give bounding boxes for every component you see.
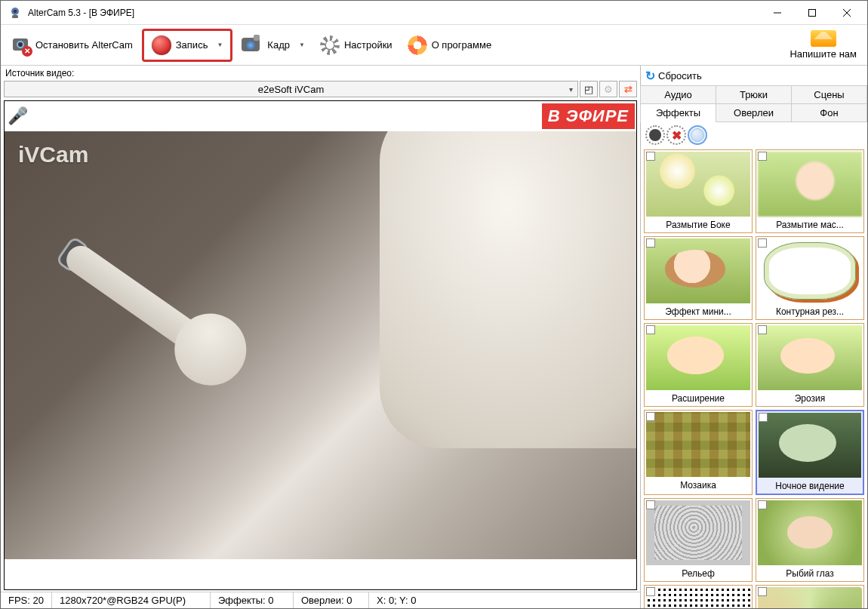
source-row: e2eSoft iVCam ◰ ⚙ ⇄ <box>1 81 640 100</box>
effect-label: Эрозия <box>756 392 863 406</box>
svg-rect-2 <box>12 15 18 18</box>
swap-icon: ⇄ <box>624 84 633 95</box>
settings-button[interactable]: Настройки <box>314 32 399 58</box>
about-button[interactable]: О программе <box>402 32 498 58</box>
frame-label: Кадр <box>267 39 290 51</box>
status-resolution: 1280x720*@RGB24 GPU(P) <box>52 592 211 608</box>
dropdown-arrow-icon[interactable]: ▼ <box>299 42 305 48</box>
record-icon <box>152 35 171 55</box>
write-us-button[interactable]: Напишите нам <box>783 30 863 60</box>
effect-checkbox[interactable] <box>646 500 655 509</box>
effect-item[interactable]: Размытие Боке <box>644 149 753 233</box>
effect-checkbox[interactable] <box>646 587 655 596</box>
effect-item[interactable]: Расширение <box>644 323 753 407</box>
effect-label: Расширение <box>645 392 752 406</box>
effect-checkbox[interactable] <box>758 152 767 161</box>
lifebuoy-icon <box>408 35 427 55</box>
effect-mode-row: ✖ <box>641 122 867 148</box>
mode-circle[interactable] <box>688 125 707 145</box>
webcam-stop-icon: ✕ <box>11 35 31 55</box>
effect-item[interactable]: Размытие мас... <box>756 149 864 233</box>
reset-button[interactable]: ↻ Сбросить <box>641 66 867 86</box>
titlebar: AlterCam 5.3 - [В ЭФИРЕ] <box>1 1 867 25</box>
effect-checkbox[interactable] <box>646 152 655 161</box>
effect-thumbnail <box>758 587 862 608</box>
source-value: e2eSoft iVCam <box>258 84 324 95</box>
status-effects: Эффекты: 0 <box>211 592 294 608</box>
reset-label: Сбросить <box>658 70 702 82</box>
tab-overlays[interactable]: Оверлеи <box>716 103 792 122</box>
effect-checkbox[interactable] <box>758 500 767 509</box>
source-combobox[interactable]: e2eSoft iVCam <box>4 81 578 97</box>
effect-item[interactable]: Мозаика <box>644 410 753 495</box>
effect-label: Размытие Боке <box>645 218 752 232</box>
effect-checkbox[interactable] <box>646 238 655 248</box>
effect-thumbnail <box>646 500 750 565</box>
app-window: AlterCam 5.3 - [В ЭФИРЕ] ✕ Остановить Al… <box>0 0 868 609</box>
effect-label: Контурная рез... <box>756 305 863 319</box>
effect-checkbox[interactable] <box>646 325 655 334</box>
record-button[interactable]: Запись ▼ <box>142 29 233 62</box>
right-panel: ↻ Сбросить Аудио Трюки Сцены Эффекты Ове… <box>641 66 867 608</box>
effect-checkbox[interactable] <box>758 587 767 596</box>
effect-item[interactable]: Ночное видение <box>756 410 864 495</box>
app-icon <box>8 6 22 20</box>
frame-button[interactable]: Кадр ▼ <box>235 32 311 59</box>
gear-small-icon: ⚙ <box>604 84 613 95</box>
effect-label: Мозаика <box>645 478 752 493</box>
effect-thumbnail <box>759 413 861 478</box>
mode-none[interactable] <box>645 125 665 145</box>
microphone-icon[interactable]: 🎤 <box>8 106 28 126</box>
effect-thumbnail <box>646 238 750 303</box>
effect-item[interactable]: Контурная рез... <box>756 236 864 320</box>
effect-thumbnail <box>758 325 862 390</box>
effect-thumbnail <box>646 412 750 477</box>
effect-item[interactable]: Вихрь <box>756 585 864 608</box>
envelope-icon <box>811 30 836 47</box>
effect-checkbox[interactable] <box>759 413 768 422</box>
effect-item[interactable]: Эрозия <box>756 323 864 407</box>
stop-altercam-button[interactable]: ✕ Остановить AlterCam <box>5 32 139 58</box>
crop-icon: ◰ <box>584 84 593 95</box>
close-button[interactable] <box>830 2 864 24</box>
crop-button[interactable]: ◰ <box>580 81 598 97</box>
minimize-button[interactable] <box>760 2 795 24</box>
effect-item[interactable]: Полутон <box>644 585 753 608</box>
effect-checkbox[interactable] <box>758 325 767 334</box>
tab-background[interactable]: Фон <box>791 103 867 122</box>
effect-thumbnail <box>758 500 862 565</box>
settings-gear-button[interactable]: ⚙ <box>599 81 617 97</box>
effects-list[interactable]: Размытие Боке Размытие мас... Эффект мин… <box>641 148 867 608</box>
video-frame: iVCam <box>5 131 636 559</box>
effect-thumbnail <box>646 587 750 608</box>
video-watermark: iVCam <box>18 142 88 168</box>
dropdown-arrow-icon[interactable]: ▼ <box>217 42 223 48</box>
gear-icon <box>320 35 340 55</box>
effect-item[interactable]: Эффект мини... <box>644 236 753 320</box>
mode-clear[interactable]: ✖ <box>666 125 686 145</box>
write-us-label: Напишите нам <box>790 48 857 60</box>
maximize-button[interactable] <box>795 2 830 24</box>
effect-thumbnail <box>646 325 750 390</box>
swap-button[interactable]: ⇄ <box>619 81 637 97</box>
toolbar: ✕ Остановить AlterCam Запись ▼ Кадр ▼ На… <box>1 25 867 66</box>
tabs: Аудио Трюки Сцены Эффекты Оверлеи Фон <box>641 86 867 122</box>
tab-audio[interactable]: Аудио <box>640 85 716 104</box>
effect-checkbox[interactable] <box>758 238 767 248</box>
effect-item[interactable]: Рыбий глаз <box>756 498 864 582</box>
tab-tricks[interactable]: Трюки <box>716 85 792 104</box>
effect-item[interactable]: Рельеф <box>644 498 753 582</box>
window-title: AlterCam 5.3 - [В ЭФИРЕ] <box>28 8 760 18</box>
tab-effects[interactable]: Эффекты <box>640 103 716 122</box>
settings-label: Настройки <box>344 39 392 51</box>
stop-label: Остановить AlterCam <box>35 39 133 51</box>
status-bar: FPS: 20 1280x720*@RGB24 GPU(P) Эффекты: … <box>1 592 640 608</box>
left-panel: Источник видео: e2eSoft iVCam ◰ ⚙ ⇄ 🎤 В … <box>1 66 641 608</box>
tab-scenes[interactable]: Сцены <box>791 85 867 104</box>
effect-thumbnail <box>758 152 862 217</box>
refresh-icon: ↻ <box>645 69 655 83</box>
live-badge: В ЭФИРЕ <box>542 103 635 129</box>
source-label: Источник видео: <box>1 66 640 81</box>
camera-icon <box>242 35 263 56</box>
effect-checkbox[interactable] <box>646 412 655 421</box>
